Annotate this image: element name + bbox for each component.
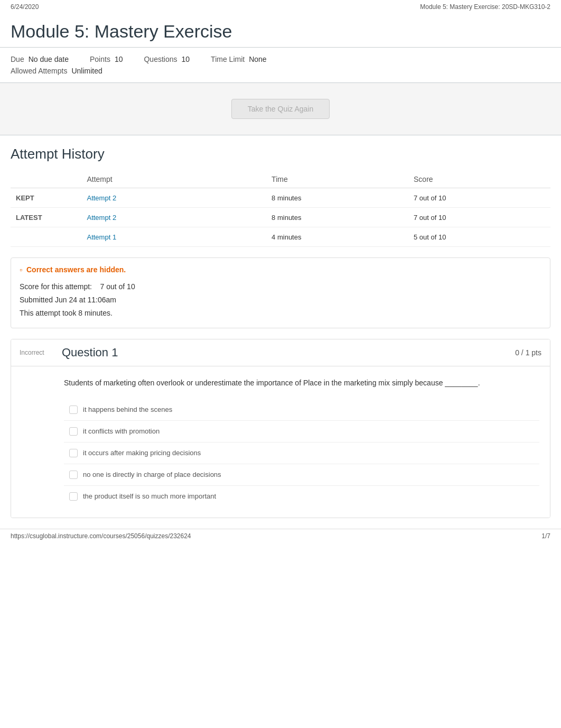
attempt-history-table: Attempt Time Score KEPT Attempt 2 8 minu… xyxy=(11,171,550,247)
score-line-label: Score for this attempt: xyxy=(20,282,92,291)
meta-section: Due No due date Points 10 Questions 10 T… xyxy=(0,48,561,83)
list-item[interactable]: no one is directly in charge of place de… xyxy=(64,464,539,486)
radio-checkbox[interactable] xyxy=(69,471,78,479)
answer-text: it happens behind the scenes xyxy=(83,406,172,413)
attempt-row-score: 7 out of 10 xyxy=(408,188,550,208)
radio-checkbox[interactable] xyxy=(69,406,78,414)
list-item[interactable]: it occurs after making pricing decisions xyxy=(64,443,539,464)
attempt-row-label: KEPT xyxy=(11,188,81,208)
radio-checkbox[interactable] xyxy=(69,427,78,436)
time-line: This attempt took 8 minutes. xyxy=(20,307,541,320)
attempt-history-heading: Attempt History xyxy=(11,146,550,162)
attempt-row-score: 7 out of 10 xyxy=(408,208,550,227)
score-info: Score for this attempt: 7 out of 10 Subm… xyxy=(20,280,541,320)
take-quiz-section: Take the Quiz Again xyxy=(0,83,561,135)
answer-text: no one is directly in charge of place de… xyxy=(83,471,221,478)
col-header-time: Time xyxy=(266,171,408,188)
time-limit-value: None xyxy=(249,55,266,63)
col-header-score: Score xyxy=(408,171,550,188)
attempt-row-label xyxy=(11,227,81,247)
attempt-row-score: 5 out of 10 xyxy=(408,227,550,247)
answer-text: it occurs after making pricing decisions xyxy=(83,449,201,457)
attempt-row-time: 4 minutes xyxy=(266,227,408,247)
notice-icon: ▫ xyxy=(20,265,22,274)
points-value: 10 xyxy=(115,55,123,63)
bottom-bar: https://csuglobal.instructure.com/course… xyxy=(0,529,561,543)
question-1-title: Question 1 xyxy=(62,346,515,360)
list-item[interactable]: it happens behind the scenes xyxy=(64,399,539,421)
table-row: KEPT Attempt 2 8 minutes 7 out of 10 xyxy=(11,188,550,208)
answer-text: it conflicts with promotion xyxy=(83,427,160,435)
question-1-body: Students of marketing often overlook or … xyxy=(11,366,550,518)
radio-checkbox[interactable] xyxy=(69,492,78,501)
due-value: No due date xyxy=(29,55,69,63)
radio-checkbox[interactable] xyxy=(69,449,78,457)
list-item[interactable]: it conflicts with promotion xyxy=(64,421,539,443)
take-quiz-button[interactable]: Take the Quiz Again xyxy=(231,99,330,119)
question-1-header: Incorrect Question 1 0 / 1 pts xyxy=(11,339,550,366)
score-line-value: 7 out of 10 xyxy=(100,282,135,291)
question-1-text: Students of marketing often overlook or … xyxy=(64,377,539,389)
attempt-row-attempt[interactable]: Attempt 1 xyxy=(81,227,266,247)
list-item[interactable]: the product itself is so much more impor… xyxy=(64,486,539,507)
table-row: LATEST Attempt 2 8 minutes 7 out of 10 xyxy=(11,208,550,227)
page-title: Module 5: Mastery Exercise xyxy=(0,14,561,48)
submitted-line: Submitted Jun 24 at 11:06am xyxy=(20,293,541,307)
attempt-row-attempt[interactable]: Attempt 2 xyxy=(81,208,266,227)
notice-text: Correct answers are hidden. xyxy=(26,265,126,274)
correct-answers-notice: ▫ Correct answers are hidden. xyxy=(20,265,541,274)
page-date: 6/24/2020 xyxy=(11,3,39,11)
page-tab-title: Module 5: Mastery Exercise: 20SD-MKG310-… xyxy=(420,3,550,11)
attempt-row-time: 8 minutes xyxy=(266,188,408,208)
points-label: Points xyxy=(90,55,110,63)
question-1-block: Incorrect Question 1 0 / 1 pts Students … xyxy=(11,339,550,518)
questions-label: Questions xyxy=(144,55,177,63)
allowed-attempts-label: Allowed Attempts xyxy=(11,67,67,75)
info-section: ▫ Correct answers are hidden. Score for … xyxy=(11,257,550,328)
col-header-label xyxy=(11,171,81,188)
attempt-row-attempt[interactable]: Attempt 2 xyxy=(81,188,266,208)
time-limit-label: Time Limit xyxy=(211,55,245,63)
attempt-history-section: Attempt History Attempt Time Score KEPT … xyxy=(0,135,561,247)
answer-text: the product itself is so much more impor… xyxy=(83,492,216,500)
attempt-row-time: 8 minutes xyxy=(266,208,408,227)
table-row: Attempt 1 4 minutes 5 out of 10 xyxy=(11,227,550,247)
attempt-row-label: LATEST xyxy=(11,208,81,227)
question-1-pts: 0 / 1 pts xyxy=(515,348,541,357)
bottom-page: 1/7 xyxy=(541,532,550,540)
col-header-attempt: Attempt xyxy=(81,171,266,188)
due-label: Due xyxy=(11,55,24,63)
question-1-answers: it happens behind the scenes it conflict… xyxy=(64,399,539,507)
questions-value: 10 xyxy=(182,55,190,63)
question-1-status: Incorrect xyxy=(20,349,62,356)
bottom-url: https://csuglobal.instructure.com/course… xyxy=(11,532,191,540)
allowed-attempts-value: Unlimited xyxy=(71,67,102,75)
